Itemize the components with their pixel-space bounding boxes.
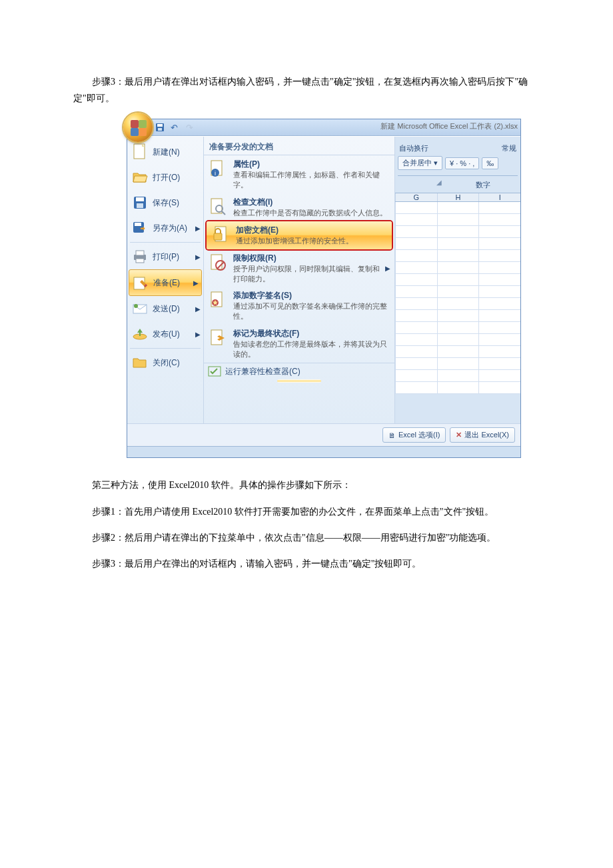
wrap-text-button[interactable]: 自动换行	[399, 143, 428, 153]
number-format-label[interactable]: 常规	[502, 143, 516, 153]
print-icon	[131, 248, 149, 265]
dialog-launcher-icon[interactable]: ◢	[395, 179, 446, 193]
open-folder-icon	[131, 169, 149, 186]
menu-prepare[interactable]: 准备(E) ▶	[129, 269, 202, 296]
step3-paragraph-top: 步骤3：最后用户请在弹出对话框内输入密码，并一键点击"确定"按钮，在复选框内再次…	[73, 73, 540, 107]
step3-paragraph-bottom: 步骤3：最后用户在弹出的对话框内，请输入密码，并一键点击"确定"按钮即可。	[73, 555, 540, 572]
compat-icon	[208, 366, 221, 378]
office-menu-left: 新建(N) 打开(O) 保存(S) 另存为(A) ▶	[127, 137, 204, 423]
mark-final-icon	[208, 328, 228, 348]
svg-rect-1	[157, 124, 163, 127]
excel-screenshot: ↶ ↷ 新建 Microsoft Office Excel 工作表 (2).xl…	[127, 119, 540, 458]
redo-icon[interactable]: ↷	[186, 123, 195, 132]
save-icon	[131, 194, 149, 211]
window-title: 新建 Microsoft Office Excel 工作表 (2).xlsx	[380, 121, 518, 131]
step1-paragraph: 步骤1：首先用户请使用 Excel2010 软件打开需要加密的办公文件，在界面菜…	[73, 503, 540, 520]
digital-sign-icon	[208, 290, 228, 310]
sub-inspect[interactable]: 检查文档(I)检查工作簿中是否有隐藏的元数据或个人信息。	[204, 193, 394, 221]
worksheet-grid[interactable]	[395, 202, 520, 394]
chevron-right-icon: ▶	[193, 279, 199, 287]
inspect-doc-icon	[208, 197, 228, 217]
svg-rect-6	[137, 203, 143, 208]
sub-restrict[interactable]: 限制权限(R)授予用户访问权限，同时限制其编辑、复制和打印能力。 ▶	[204, 249, 394, 287]
chevron-right-icon: ▶	[195, 305, 201, 313]
submenu-header: 准备要分发的文档	[204, 139, 394, 155]
chevron-right-icon: ▶	[385, 265, 390, 272]
sub-markfinal[interactable]: 标记为最终状态(F)告知读者您的工作簿是最终版本，并将其设为只读的。	[204, 325, 394, 363]
menu-close[interactable]: 关闭(C)	[127, 350, 203, 375]
chevron-right-icon: ▶	[195, 253, 201, 261]
svg-rect-5	[136, 197, 144, 201]
save-icon[interactable]	[155, 123, 165, 132]
office-menu-footer: 🗎 Excel 选项(I) ✕ 退出 Excel(X)	[127, 423, 520, 446]
sub-encrypt[interactable]: 加密文档(E)通过添加加密增强工作簿的安全性。	[207, 221, 392, 249]
excel-options-button[interactable]: 🗎 Excel 选项(I)	[382, 427, 446, 443]
restrict-perm-icon	[208, 253, 228, 273]
send-icon	[131, 300, 149, 317]
publish-icon	[131, 325, 149, 343]
svg-rect-11	[136, 259, 144, 263]
close-folder-icon	[131, 354, 149, 371]
options-icon: 🗎	[388, 431, 396, 439]
svg-rect-8	[135, 223, 141, 226]
menu-save[interactable]: 保存(S)	[127, 190, 203, 215]
menu-new[interactable]: 新建(N)	[127, 139, 203, 165]
ribbon-remnant: 自动换行 常规 合并居中 ▾ ¥ · % · , ‰ ◢ 数字 G	[394, 137, 520, 423]
save-as-icon	[131, 219, 149, 237]
merge-center-button[interactable]: 合并居中 ▾	[398, 156, 442, 170]
svg-rect-10	[136, 251, 144, 255]
currency-button[interactable]: ¥ · % · ,	[445, 157, 479, 169]
svg-text:i: i	[215, 170, 216, 177]
close-icon: ✕	[456, 431, 462, 439]
prepare-icon	[132, 274, 149, 291]
office-menu-sub: 准备要分发的文档 i 属性(P)查看和编辑工作簿属性，如标题、作者和关键字。 检…	[204, 137, 394, 423]
status-bar	[127, 446, 520, 457]
menu-send[interactable]: 发送(D) ▶	[127, 296, 203, 321]
decimal-button[interactable]: ‰	[482, 157, 498, 169]
chevron-right-icon: ▶	[195, 331, 201, 338]
menu-print[interactable]: 打印(P) ▶	[127, 244, 203, 269]
svg-rect-23	[214, 233, 222, 240]
menu-save-as[interactable]: 另存为(A) ▶	[127, 215, 203, 241]
encrypt-doc-icon	[211, 225, 231, 245]
new-doc-icon	[131, 143, 149, 161]
ribbon-group-number: 数字	[446, 179, 520, 193]
step2-paragraph: 步骤2：然后用户请在弹出的下拉菜单中，依次点击"信息——权限——用密码进行加密"…	[73, 529, 540, 546]
grid-column-headers[interactable]: G H I	[395, 193, 520, 202]
sub-sign[interactable]: 添加数字签名(S)通过添加不可见的数字签名来确保工作簿的完整性。	[204, 287, 394, 325]
svg-line-21	[222, 211, 225, 215]
svg-rect-2	[158, 128, 162, 131]
undo-icon[interactable]: ↶	[171, 123, 180, 132]
sub-properties[interactable]: i 属性(P)查看和编辑工作簿属性，如标题、作者和关键字。	[204, 155, 394, 193]
svg-point-14	[134, 304, 138, 308]
menu-open[interactable]: 打开(O)	[127, 165, 203, 190]
method3-paragraph: 第三种方法，使用 Excel2010 软件。具体的操作步骤如下所示：	[73, 477, 540, 493]
properties-icon: i	[208, 159, 228, 179]
submenu-scroll-indicator[interactable]	[277, 379, 321, 383]
exit-excel-button[interactable]: ✕ 退出 Excel(X)	[450, 427, 515, 443]
titlebar: ↶ ↷ 新建 Microsoft Office Excel 工作表 (2).xl…	[127, 119, 520, 136]
menu-publish[interactable]: 发布(U) ▶	[127, 321, 203, 347]
quick-access-toolbar[interactable]: ↶ ↷	[155, 123, 195, 132]
chevron-right-icon: ▶	[195, 225, 201, 232]
sub-compat[interactable]: 运行兼容性检查器(C)	[204, 363, 394, 379]
